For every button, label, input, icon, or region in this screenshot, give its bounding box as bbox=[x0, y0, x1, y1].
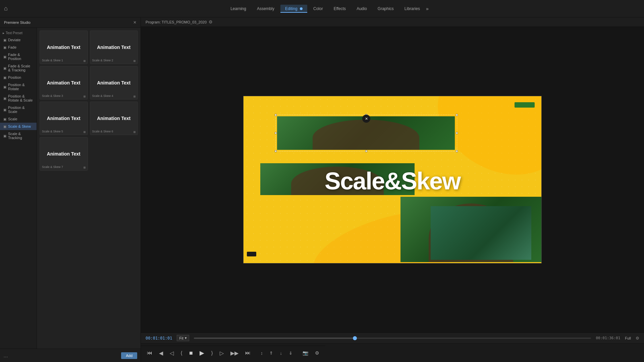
preset-card-3[interactable]: Animation Text Scale & Skew 3 bbox=[40, 66, 88, 100]
zoom-toggle-icon[interactable]: ⚙ bbox=[636, 336, 639, 341]
preset-corner-1 bbox=[84, 60, 86, 62]
prev-edit-button[interactable]: ◀ bbox=[158, 349, 164, 358]
step-frame-fwd-button[interactable]: ⟩ bbox=[210, 349, 214, 358]
left-panel: Premiere Studio ✕ ▸ Text Preset ▣ Deviat… bbox=[0, 17, 141, 362]
footer-menu-button[interactable]: … bbox=[3, 353, 8, 358]
panel-header: Premiere Studio ✕ bbox=[0, 17, 141, 28]
zoom-label: Full bbox=[625, 336, 631, 340]
settings-button[interactable]: ⚙ bbox=[314, 349, 321, 357]
preset-card-label-3: Scale & Skew 3 bbox=[42, 94, 63, 98]
timecode[interactable]: 00:01:01:01 bbox=[146, 336, 172, 341]
extract-button[interactable]: ⇑ bbox=[268, 349, 274, 357]
handle-tl[interactable] bbox=[275, 114, 277, 116]
stop-button[interactable]: ■ bbox=[188, 348, 194, 358]
panel-footer: … Add bbox=[0, 349, 141, 362]
handle-br[interactable] bbox=[456, 150, 458, 152]
tab-graphics[interactable]: Graphics bbox=[373, 5, 398, 13]
editing-badge bbox=[300, 7, 303, 10]
scale-skew-icon: ▣ bbox=[3, 125, 6, 128]
sidebar-item-position-rotate-scale[interactable]: ▣ Position & Rotate & Scale bbox=[0, 93, 37, 104]
preset-card-text-6: Animation Text bbox=[94, 116, 133, 121]
video-clip-bottom-right-inner bbox=[431, 206, 531, 260]
panel-close-button[interactable]: ✕ bbox=[133, 20, 137, 25]
sidebar-item-fade-scale-tracking[interactable]: ▣ Fade & Scale & Tracking bbox=[0, 62, 37, 74]
preset-card-label-6: Scale & Skew 6 bbox=[92, 130, 113, 133]
main-text-overlay: Scale&Skew bbox=[325, 167, 460, 195]
controls-wrapper: ⏮ ◀ ◁ ⟨ ■ ▶ ⟩ ▷ ▶▶ ⏭ ↕ ⇑ ↓ ⇓ 📷 ⚙ bbox=[141, 343, 644, 362]
sidebar-item-deviate[interactable]: ▣ Deviate bbox=[0, 36, 37, 44]
preview-header: Program: TITLES_PROMO_03_2020 ⚙ bbox=[141, 17, 644, 27]
tab-learning[interactable]: Learning bbox=[226, 5, 251, 13]
camera-button[interactable]: 📷 bbox=[301, 349, 310, 357]
tab-color[interactable]: Color bbox=[309, 5, 328, 13]
sidebar-item-scale-tracking[interactable]: ▣ Scale & Tracking bbox=[0, 130, 37, 141]
go-to-end-button[interactable]: ⏭ bbox=[244, 349, 252, 357]
sidebar: ▸ Text Preset ▣ Deviate ▣ Fade ▣ Fade & … bbox=[0, 28, 37, 349]
preset-corner-3 bbox=[84, 96, 86, 98]
controls-bar: ⏮ ◀ ◁ ⟨ ■ ▶ ⟩ ▷ ▶▶ ⏭ ↕ ⇑ ↓ ⇓ 📷 ⚙ bbox=[141, 346, 325, 360]
person-silhouette-top bbox=[313, 120, 419, 150]
fit-select[interactable]: Fit ▾ bbox=[177, 335, 189, 341]
section-icon: ▸ bbox=[3, 31, 4, 35]
main-layout: Premiere Studio ✕ ▸ Text Preset ▣ Deviat… bbox=[0, 17, 644, 362]
preset-card-label-4: Scale & Skew 4 bbox=[92, 94, 113, 98]
step-back-button[interactable]: ◁ bbox=[168, 349, 175, 358]
pos-rotate-icon: ▣ bbox=[3, 85, 6, 89]
sidebar-item-position-scale[interactable]: ▣ Position & Scale bbox=[0, 104, 37, 115]
scale-icon: ▣ bbox=[3, 117, 6, 121]
timeline-scrubber[interactable] bbox=[194, 338, 591, 339]
preset-card-label-1: Scale & Skew 1 bbox=[42, 59, 63, 62]
preset-card-text-2: Animation Text bbox=[94, 45, 133, 50]
lift-button[interactable]: ↕ bbox=[259, 349, 264, 357]
indicator-rect-top-right bbox=[515, 102, 535, 108]
preset-card-text-1: Animation Text bbox=[44, 45, 83, 50]
panel-title: Premiere Studio bbox=[4, 20, 31, 24]
handle-bc[interactable] bbox=[365, 150, 367, 152]
add-button[interactable]: Add bbox=[121, 352, 137, 359]
preset-card-label-7: Scale & Skew 7 bbox=[42, 165, 63, 169]
preset-corner-5 bbox=[84, 131, 86, 133]
video-clip-bottom-right[interactable] bbox=[431, 206, 531, 260]
tab-libraries[interactable]: Libraries bbox=[400, 5, 425, 13]
tab-effects[interactable]: Effects bbox=[329, 5, 351, 13]
preset-corner-2 bbox=[133, 60, 136, 62]
sidebar-item-position[interactable]: ▣ Position bbox=[0, 74, 37, 81]
step-frame-back-button[interactable]: ⟨ bbox=[179, 349, 184, 358]
fade-position-icon: ▣ bbox=[3, 55, 6, 59]
clip-close-button[interactable]: ✕ bbox=[362, 115, 370, 123]
home-icon[interactable]: ⌂ bbox=[4, 5, 8, 12]
sidebar-item-fade-position[interactable]: ▣ Fade & Position bbox=[0, 51, 37, 62]
pos-scale-icon: ▣ bbox=[3, 108, 6, 112]
handle-ml[interactable] bbox=[275, 132, 277, 134]
go-to-start-button[interactable]: ⏮ bbox=[146, 349, 154, 357]
preset-card-4[interactable]: Animation Text Scale & Skew 4 bbox=[90, 66, 138, 100]
preview-settings-icon[interactable]: ⚙ bbox=[209, 19, 213, 24]
preset-card-5[interactable]: Animation Text Scale & Skew 5 bbox=[40, 102, 88, 135]
top-bar: ⌂ Learning Assembly Editing Color Effect… bbox=[0, 0, 644, 17]
content-area: ▸ Text Preset ▣ Deviate ▣ Fade ▣ Fade & … bbox=[0, 28, 141, 349]
insert-button[interactable]: ↓ bbox=[278, 349, 283, 357]
preset-card-6[interactable]: Animation Text Scale & Skew 6 bbox=[90, 102, 138, 135]
preset-card-1[interactable]: Animation Text Scale & Skew 1 bbox=[40, 31, 88, 64]
overwrite-button[interactable]: ⇓ bbox=[287, 349, 294, 357]
preview-canvas: ✕ Scale&Skew bbox=[243, 96, 542, 263]
tab-editing[interactable]: Editing bbox=[280, 5, 307, 13]
preset-card-7[interactable]: Animation Text Scale & Skew 7 bbox=[40, 137, 88, 171]
sidebar-item-scale[interactable]: ▣ Scale bbox=[0, 115, 37, 123]
sidebar-item-fade[interactable]: ▣ Fade bbox=[0, 44, 37, 51]
preset-card-2[interactable]: Animation Text Scale & Skew 2 bbox=[90, 31, 138, 64]
scrubber-head[interactable] bbox=[353, 336, 357, 340]
sidebar-item-position-rotate[interactable]: ▣ Position & Rotate bbox=[0, 81, 37, 93]
tab-assembly[interactable]: Assembly bbox=[252, 5, 279, 13]
handle-bl[interactable] bbox=[275, 150, 277, 152]
sidebar-section-header: ▸ Text Preset bbox=[0, 30, 37, 36]
preset-card-text-3: Animation Text bbox=[44, 80, 83, 85]
sidebar-item-scale-skew[interactable]: ▣ Scale & Skew bbox=[0, 123, 37, 130]
next-edit-button[interactable]: ▶▶ bbox=[229, 349, 240, 358]
tab-audio[interactable]: Audio bbox=[352, 5, 372, 13]
step-fwd-button[interactable]: ▷ bbox=[218, 349, 225, 358]
play-button[interactable]: ▶ bbox=[198, 348, 206, 358]
more-tabs-button[interactable]: » bbox=[426, 6, 429, 11]
playback-bar: 00:01:01:01 Fit ▾ 00:01:36:01 Full ⚙ ⏮ ◀… bbox=[141, 333, 644, 362]
preset-card-label-5: Scale & Skew 5 bbox=[42, 130, 63, 133]
